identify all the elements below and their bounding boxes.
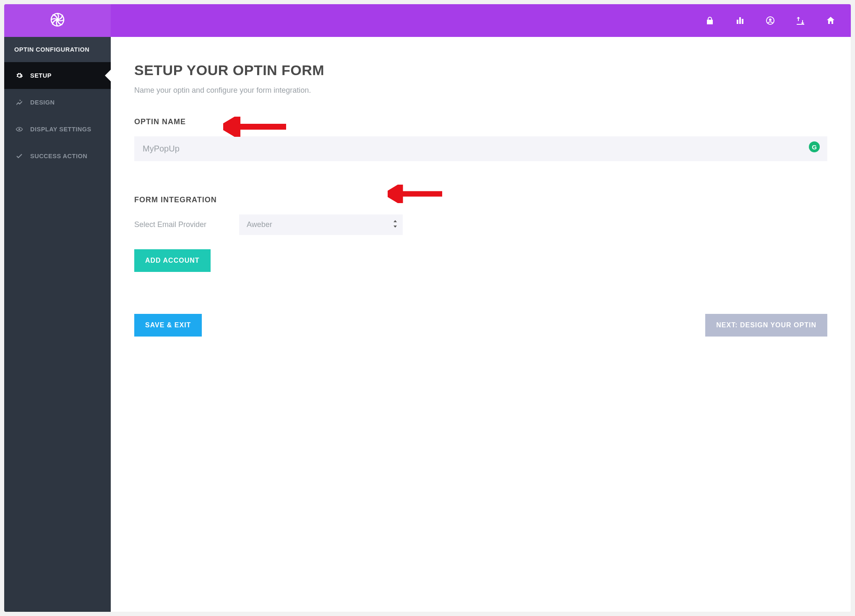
design-icon — [15, 98, 23, 107]
svg-point-5 — [769, 18, 772, 21]
email-provider-select[interactable]: Aweber — [239, 214, 403, 235]
button-label: ADD ACCOUNT — [145, 257, 200, 264]
check-icon — [15, 152, 23, 160]
save-exit-button[interactable]: SAVE & EXIT — [134, 314, 202, 337]
sidebar-item-label: SUCCESS ACTION — [30, 153, 87, 159]
sidebar-title: OPTIN CONFIGURATION — [4, 37, 111, 62]
next-button[interactable]: NEXT: DESIGN YOUR OPTIN — [705, 314, 827, 337]
page-title: SETUP YOUR OPTIN FORM — [134, 62, 827, 78]
optin-name-label: OPTIN NAME — [134, 117, 827, 126]
page-subtitle: Name your optin and configure your form … — [134, 86, 827, 95]
sidebar: OPTIN CONFIGURATION SETUP DESIGN DISPLAY… — [4, 37, 111, 612]
add-account-button[interactable]: ADD ACCOUNT — [134, 249, 211, 272]
svg-rect-3 — [742, 19, 743, 24]
main-content: SETUP YOUR OPTIN FORM Name your optin an… — [111, 37, 851, 612]
sidebar-item-success-action[interactable]: SUCCESS ACTION — [4, 143, 111, 170]
app-window: OPTIN CONFIGURATION SETUP DESIGN DISPLAY… — [4, 4, 851, 612]
sidebar-item-label: DISPLAY SETTINGS — [30, 126, 91, 133]
email-provider-label: Select Email Provider — [134, 220, 239, 229]
logo-area[interactable] — [4, 4, 111, 37]
svg-point-6 — [18, 128, 21, 131]
email-provider-row: Select Email Provider Aweber — [134, 214, 827, 235]
optin-name-input-wrap: G — [134, 136, 827, 196]
grammarly-indicator-icon: G — [809, 141, 820, 152]
sidebar-item-label: DESIGN — [30, 99, 55, 106]
eye-icon — [15, 125, 23, 133]
optin-name-input[interactable] — [134, 136, 827, 161]
import-export-icon[interactable] — [795, 16, 805, 26]
lock-icon[interactable] — [705, 16, 715, 26]
chart-icon[interactable] — [735, 16, 745, 26]
svg-rect-2 — [739, 17, 741, 24]
app-body: OPTIN CONFIGURATION SETUP DESIGN DISPLAY… — [4, 37, 851, 612]
button-label: SAVE & EXIT — [145, 321, 191, 329]
sidebar-item-design[interactable]: DESIGN — [4, 89, 111, 116]
header-actions — [111, 4, 851, 37]
form-integration-label: FORM INTEGRATION — [134, 196, 827, 204]
gear-icon — [15, 71, 23, 80]
button-label: NEXT: DESIGN YOUR OPTIN — [716, 321, 816, 329]
sidebar-item-display-settings[interactable]: DISPLAY SETTINGS — [4, 116, 111, 143]
email-provider-value: Aweber — [247, 220, 272, 229]
chevron-updown-icon — [393, 220, 398, 230]
app-header — [4, 4, 851, 37]
aperture-logo-icon — [49, 11, 66, 30]
svg-rect-1 — [737, 20, 738, 24]
profile-icon[interactable] — [765, 16, 775, 26]
sidebar-item-label: SETUP — [30, 72, 52, 79]
sidebar-item-setup[interactable]: SETUP — [4, 62, 111, 89]
footer-actions: SAVE & EXIT NEXT: DESIGN YOUR OPTIN — [134, 314, 827, 337]
home-icon[interactable] — [826, 16, 836, 26]
